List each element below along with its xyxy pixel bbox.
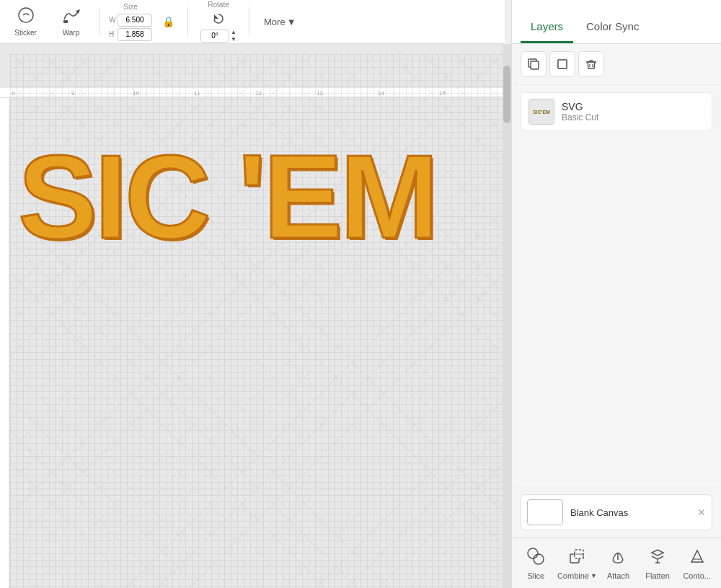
layer-thumbnail: SIC'EM xyxy=(528,99,554,125)
h-label: H xyxy=(109,30,116,38)
more-chevron-icon: ▼ xyxy=(287,17,296,27)
warp-tool[interactable]: Warp xyxy=(51,4,91,40)
size-label: Size xyxy=(123,3,137,11)
blank-canvas-section: Blank Canvas ✕ xyxy=(512,486,721,538)
sicem-text[interactable]: SIC 'EM xyxy=(18,138,436,257)
tab-layers[interactable]: Layers xyxy=(521,13,573,43)
right-panel: Layers Color Sync xyxy=(511,0,721,588)
rotate-group: Rotate ▲ ▼ xyxy=(197,1,240,43)
combine-dropdown-icon: ▼ xyxy=(590,572,597,579)
combine-label: Combine xyxy=(557,571,589,580)
top-toolbar: Sticker Warp Size W H 🔒 Rotate xyxy=(0,0,505,44)
separator-3 xyxy=(249,7,249,36)
close-blank-canvas-icon[interactable]: ✕ xyxy=(697,507,706,518)
attach-button[interactable]: Attach xyxy=(600,547,636,580)
rotate-arrows[interactable]: ▲ ▼ xyxy=(231,29,236,43)
rotate-up[interactable]: ▲ xyxy=(231,29,236,35)
slice-label: Slice xyxy=(527,571,544,580)
contour-label: Conto... xyxy=(683,571,711,580)
flatten-icon xyxy=(648,547,667,570)
blank-canvas-label: Blank Canvas xyxy=(570,507,628,518)
more-button[interactable]: More ▼ xyxy=(258,14,302,30)
attach-label: Attach xyxy=(607,571,629,580)
paste-button[interactable] xyxy=(549,51,575,77)
sticker-tool[interactable]: Sticker xyxy=(6,4,45,40)
size-group: Size W H xyxy=(109,3,152,41)
attach-icon xyxy=(609,547,627,570)
sticker-icon xyxy=(17,6,35,27)
sticker-label: Sticker xyxy=(14,29,37,37)
thumb-text: SIC'EM xyxy=(533,110,550,115)
panel-icons xyxy=(512,44,721,85)
contour-button[interactable]: Conto... xyxy=(679,547,715,580)
svg-rect-2 xyxy=(63,20,68,23)
slice-button[interactable]: Slice xyxy=(518,547,554,580)
width-input[interactable] xyxy=(118,14,152,27)
tab-colorsync[interactable]: Color Sync xyxy=(576,13,649,43)
scrollbar-thumb[interactable] xyxy=(503,66,510,123)
warp-icon xyxy=(61,6,81,27)
w-label: W xyxy=(109,16,116,24)
layer-type: Basic Cut xyxy=(562,112,598,122)
lock-group[interactable]: 🔒 xyxy=(159,16,177,27)
ruler-left xyxy=(0,98,10,588)
lock-icon: 🔒 xyxy=(162,16,174,27)
blank-canvas-item[interactable]: Blank Canvas ✕ xyxy=(521,494,712,530)
svg-marker-1 xyxy=(76,9,80,14)
flatten-button[interactable]: Flatten xyxy=(640,547,676,580)
rotate-icon xyxy=(211,12,226,26)
delete-button[interactable] xyxy=(578,51,604,77)
layer-info: SVG Basic Cut xyxy=(562,101,598,122)
flatten-label: Flatten xyxy=(645,571,670,580)
combine-button[interactable]: Combine ▼ xyxy=(557,547,597,580)
slice-icon xyxy=(526,547,545,570)
svg-rect-17 xyxy=(558,60,567,68)
bottom-toolbar: Slice Combine ▼ Attach xyxy=(512,538,721,588)
rotate-down[interactable]: ▼ xyxy=(231,36,236,43)
separator-2 xyxy=(187,7,188,36)
layer-name: SVG xyxy=(562,101,598,112)
blank-canvas-thumbnail xyxy=(527,499,563,525)
combine-icon xyxy=(567,547,586,570)
rotate-input[interactable] xyxy=(200,30,229,43)
warp-label: Warp xyxy=(63,29,80,37)
svg-point-19 xyxy=(534,554,544,564)
canvas-area: 8 9 10 11 12 13 14 15 SIC 'EM xyxy=(0,44,505,588)
more-label: More xyxy=(264,17,286,27)
tabs: Layers Color Sync xyxy=(512,0,721,44)
svg-rect-15 xyxy=(531,61,539,69)
layers-list: SIC'EM SVG Basic Cut xyxy=(512,85,721,486)
combine-with-arrow[interactable]: Combine ▼ xyxy=(557,571,597,580)
separator-1 xyxy=(99,7,100,36)
svg-point-0 xyxy=(19,8,33,22)
svg-point-18 xyxy=(528,548,538,558)
height-input[interactable] xyxy=(118,28,152,41)
svg-marker-3 xyxy=(214,14,218,19)
layer-item-svg[interactable]: SIC'EM SVG Basic Cut xyxy=(521,92,712,131)
vertical-scrollbar[interactable] xyxy=(503,44,511,588)
contour-icon xyxy=(688,547,707,570)
copy-button[interactable] xyxy=(521,51,547,77)
rotate-label: Rotate xyxy=(208,1,229,9)
